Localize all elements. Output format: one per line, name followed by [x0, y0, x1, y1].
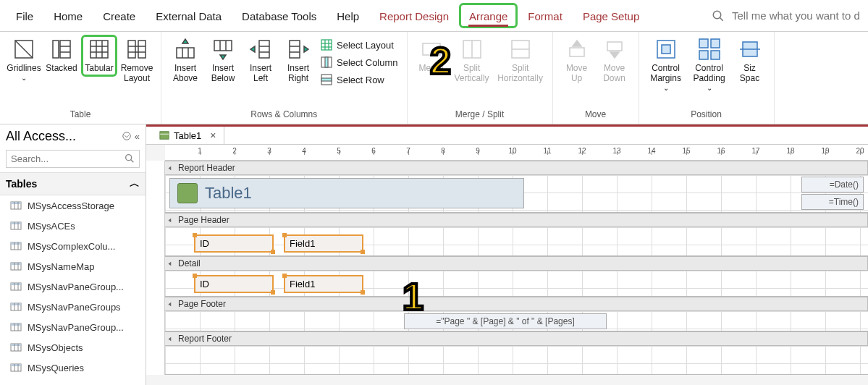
section-page-header[interactable]: Page Header: [165, 213, 868, 227]
svg-line-3: [15, 41, 33, 58]
label-id[interactable]: ID: [194, 234, 274, 253]
svg-rect-4: [53, 41, 59, 58]
svg-rect-49: [699, 51, 708, 59]
svg-rect-20: [214, 41, 232, 51]
nav-item-3[interactable]: MSysNameMap: [0, 256, 146, 276]
nav-item-2[interactable]: MSysComplexColu...: [0, 236, 146, 256]
report-title-control[interactable]: Table1: [169, 178, 524, 208]
move-up-button: Move Up: [559, 35, 595, 87]
merge-icon: [420, 38, 443, 61]
insert-left-button[interactable]: Insert Left: [243, 35, 279, 87]
chevron-up-icon: ︿: [130, 177, 140, 190]
report-footer-area[interactable]: [165, 346, 868, 375]
table-icon: [159, 130, 169, 140]
nav-item-4[interactable]: MSysNavPaneGroup...: [0, 276, 146, 297]
insert-below-button[interactable]: Insert Below: [205, 35, 241, 87]
table-icon: [10, 281, 22, 292]
svg-rect-35: [325, 57, 328, 67]
time-control[interactable]: =Time(): [801, 194, 864, 210]
gridlines-button[interactable]: Gridlines⌄: [6, 35, 42, 85]
svg-rect-5: [60, 41, 70, 58]
tab-create[interactable]: Create: [93, 3, 146, 28]
insert-above-button[interactable]: Insert Above: [167, 35, 203, 87]
nav-item-7[interactable]: MSysObjects: [0, 337, 146, 358]
insert-left-icon: [249, 38, 272, 61]
page-footer-area[interactable]: ="Page " & [Page] & " of " & [Pages]: [165, 311, 868, 331]
tab-database-tools[interactable]: Database Tools: [232, 3, 326, 28]
report-logo-icon: [177, 183, 198, 203]
document-tab[interactable]: Table1 ×: [152, 127, 224, 144]
table-icon: [10, 342, 22, 353]
select-column-button[interactable]: Select Column: [318, 55, 401, 69]
split-vert-icon: [460, 38, 484, 61]
report-header-area[interactable]: Table1 =Date() =Time(): [165, 175, 868, 213]
stacked-button[interactable]: Stacked: [43, 35, 80, 77]
tab-report-design[interactable]: Report Design: [369, 3, 459, 28]
svg-rect-48: [711, 39, 720, 48]
ribbon-group-table: Gridlines⌄ Stacked Tabular Remove Layout…: [0, 32, 161, 124]
tab-page-setup[interactable]: Page Setup: [573, 3, 649, 28]
svg-point-53: [123, 132, 131, 140]
ribbon-group-table-label: Table: [70, 109, 91, 122]
split-vertically-button: Split Vertically: [451, 35, 493, 87]
close-tab-icon[interactable]: ×: [210, 130, 216, 141]
section-report-header[interactable]: Report Header: [165, 161, 868, 175]
svg-rect-43: [570, 48, 584, 56]
svg-rect-50: [711, 51, 720, 59]
svg-line-55: [130, 159, 133, 162]
textbox-id[interactable]: ID: [194, 275, 274, 293]
control-padding-button[interactable]: Control Padding⌄: [688, 35, 730, 95]
control-margins-button[interactable]: Control Margins⌄: [645, 35, 687, 95]
insert-right-button[interactable]: Insert Right: [280, 35, 316, 87]
ribbon-arrange: Gridlines⌄ Stacked Tabular Remove Layout…: [0, 32, 868, 124]
collapse-pane-icon[interactable]: «: [135, 131, 140, 142]
pagenum-control[interactable]: ="Page " & [Page] & " of " & [Pages]: [404, 313, 607, 329]
size-space-button[interactable]: Siz Spac: [732, 35, 768, 87]
svg-rect-38: [423, 43, 440, 55]
label-field1[interactable]: Field1: [284, 234, 363, 253]
nav-item-5[interactable]: MSysNavPaneGroups: [0, 297, 146, 317]
tab-external-data[interactable]: External Data: [146, 3, 232, 28]
move-up-icon: [565, 38, 589, 61]
tab-file[interactable]: File: [6, 3, 43, 28]
report-body[interactable]: Report Header Table1 =Date() =Time() Pag…: [165, 161, 868, 375]
nav-item-8[interactable]: MSysQueries: [0, 358, 146, 378]
tell-me[interactable]: [712, 9, 862, 22]
nav-group-tables[interactable]: Tables ︿: [0, 172, 146, 195]
svg-rect-57: [11, 202, 21, 204]
date-control[interactable]: =Date(): [801, 177, 864, 192]
table-icon: [10, 240, 22, 252]
select-layout-button[interactable]: Select Layout: [318, 38, 401, 52]
tell-me-input[interactable]: [732, 9, 862, 22]
tab-home[interactable]: Home: [43, 3, 93, 28]
nav-item-1[interactable]: MSysACEs: [0, 216, 146, 236]
detail-area[interactable]: ID Field1: [165, 271, 868, 297]
control-margins-icon: [654, 38, 678, 61]
insert-below-icon: [211, 38, 235, 61]
section-detail[interactable]: Detail: [165, 256, 868, 271]
svg-rect-37: [321, 78, 332, 81]
tab-help[interactable]: Help: [326, 3, 369, 28]
remove-layout-button[interactable]: Remove Layout: [119, 35, 155, 87]
svg-rect-85: [11, 344, 21, 346]
section-page-footer[interactable]: Page Footer: [165, 297, 868, 311]
move-down-button: Move Down: [597, 35, 633, 87]
ribbon-group-position-label: Position: [691, 109, 722, 122]
select-row-button[interactable]: Select Row: [318, 72, 401, 87]
gridlines-icon: [12, 38, 35, 61]
horizontal-ruler: 1234567891011121314151617181920: [165, 145, 868, 161]
nav-item-6[interactable]: MSysNavPaneGroup...: [0, 317, 146, 337]
nav-item-0[interactable]: MSysAccessStorage: [0, 195, 146, 216]
section-report-footer[interactable]: Report Footer: [165, 331, 868, 346]
ribbon-tabs: File Home Create External Data Database …: [0, 0, 868, 32]
tabular-button[interactable]: Tabular: [81, 35, 117, 77]
svg-rect-23: [259, 41, 269, 58]
page-header-area[interactable]: ID Field1: [165, 227, 868, 256]
stacked-icon: [50, 38, 73, 61]
tab-format[interactable]: Format: [518, 3, 573, 28]
nav-title[interactable]: All Access... «: [0, 124, 146, 148]
textbox-field1[interactable]: Field1: [284, 275, 363, 293]
tab-arrange[interactable]: Arrange: [459, 3, 518, 28]
search-input[interactable]: [6, 150, 140, 168]
ribbon-group-rows-cols: Insert Above Insert Below Insert Left In…: [161, 32, 408, 124]
